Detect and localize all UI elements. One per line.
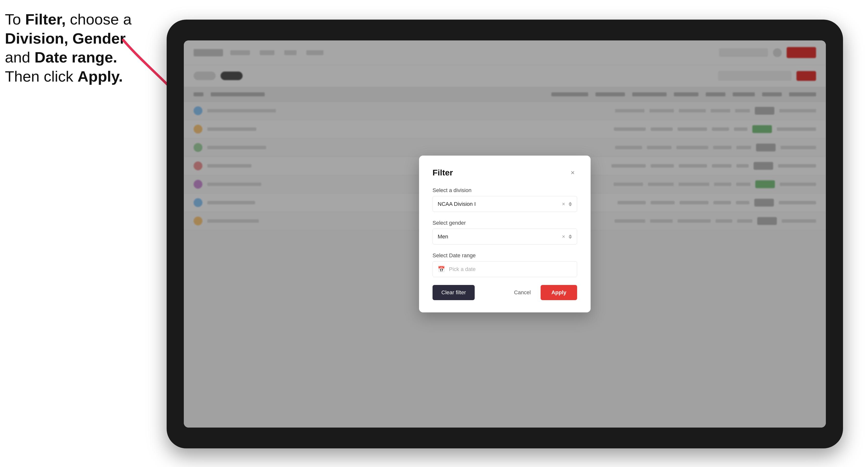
division-label: Select a division bbox=[433, 187, 577, 193]
modal-title: Filter bbox=[433, 168, 453, 177]
arrow-up-icon bbox=[568, 202, 572, 204]
clear-filter-button[interactable]: Clear filter bbox=[433, 285, 475, 300]
gender-arrows-icon bbox=[568, 235, 572, 239]
instruction-line1: To Filter, choose a bbox=[5, 11, 132, 28]
date-label: Select Date range bbox=[433, 252, 577, 259]
tablet-frame: Filter × Select a division NCAA Division… bbox=[167, 20, 843, 448]
division-select-controls: × bbox=[562, 201, 572, 207]
instruction-line4: Then click Apply. bbox=[5, 68, 123, 85]
close-button[interactable]: × bbox=[568, 168, 577, 177]
date-placeholder: Pick a date bbox=[449, 266, 476, 273]
arrow-down-icon bbox=[568, 204, 572, 206]
date-input[interactable]: 📅 Pick a date bbox=[433, 261, 577, 277]
arrow-up-icon bbox=[568, 235, 572, 237]
instruction-bold-apply: Apply. bbox=[78, 68, 123, 85]
calendar-icon: 📅 bbox=[438, 266, 445, 273]
gender-select-controls: × bbox=[562, 234, 572, 240]
modal-header: Filter × bbox=[433, 168, 577, 177]
cancel-button[interactable]: Cancel bbox=[509, 285, 535, 300]
instruction-bold-division: Division, Gender bbox=[5, 30, 126, 47]
filter-modal: Filter × Select a division NCAA Division… bbox=[419, 156, 591, 312]
division-value: NCAA Division I bbox=[438, 201, 476, 207]
division-arrows-icon bbox=[568, 202, 572, 206]
modal-footer: Clear filter Cancel Apply bbox=[433, 285, 577, 300]
instruction-panel: To Filter, choose a Division, Gender and… bbox=[5, 10, 147, 86]
tablet-screen: Filter × Select a division NCAA Division… bbox=[184, 40, 826, 428]
arrow-down-icon bbox=[568, 237, 572, 239]
date-form-group: Select Date range 📅 Pick a date bbox=[433, 252, 577, 277]
instruction-bold-filter: Filter, bbox=[25, 11, 66, 28]
gender-label: Select gender bbox=[433, 220, 577, 226]
division-select[interactable]: NCAA Division I × bbox=[433, 196, 577, 212]
modal-overlay: Filter × Select a division NCAA Division… bbox=[184, 40, 826, 428]
instruction-bold-date: Date range. bbox=[35, 49, 117, 66]
gender-form-group: Select gender Men × bbox=[433, 220, 577, 245]
division-form-group: Select a division NCAA Division I × bbox=[433, 187, 577, 212]
modal-footer-right: Cancel Apply bbox=[509, 285, 577, 300]
apply-button[interactable]: Apply bbox=[540, 285, 577, 300]
gender-clear-icon[interactable]: × bbox=[562, 234, 565, 240]
gender-value: Men bbox=[438, 234, 448, 240]
division-clear-icon[interactable]: × bbox=[562, 201, 565, 207]
instruction-line3: and Date range. bbox=[5, 49, 117, 66]
gender-select[interactable]: Men × bbox=[433, 228, 577, 245]
